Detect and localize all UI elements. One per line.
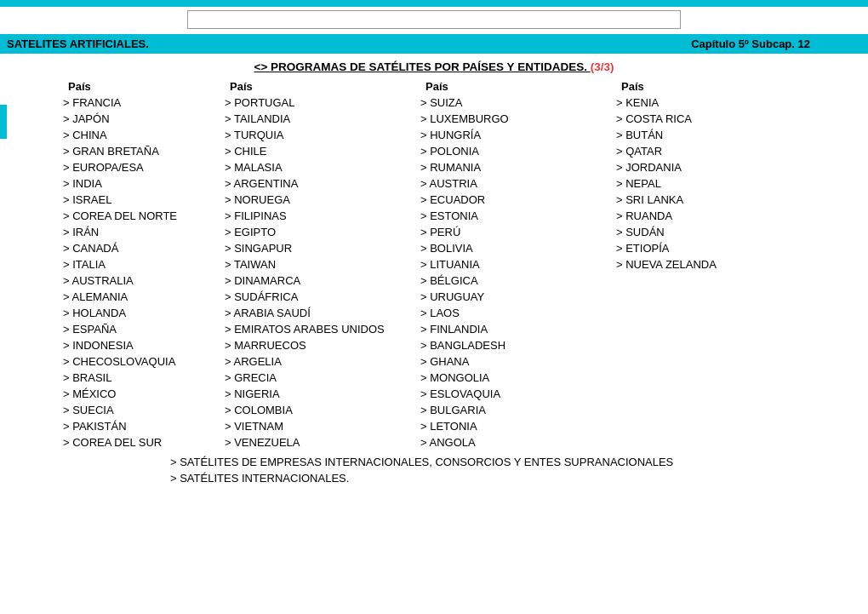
column-1: > FRANCIA> JAPÓN> CHINA> GRAN BRETAÑA> E… [60,95,221,450]
header-title-right: Capítulo 5º Subcap. 12 [691,37,810,50]
list-item: > URUGUAY [417,289,613,305]
list-item: > SUECIA [60,402,221,418]
list-item: > JAPÓN [60,111,221,127]
list-item: > JORDANIA [613,159,783,175]
list-item: > TAILANDIA [221,111,417,127]
list-item: > MONGOLIA [417,370,613,386]
col-header-2: País [221,80,417,93]
list-item: > ARABIA SAUDÍ [221,305,417,321]
list-item: > FILIPINAS [221,208,417,224]
list-item: > AUSTRIA [417,175,613,192]
list-item: > SUIZA [417,95,613,111]
list-item: > QATAR [613,143,783,159]
list-item: > EUROPA/ESA [60,159,221,175]
page-title-row: <> PROGRAMAS DE SATÉLITES POR PAÍSES Y E… [0,54,868,78]
list-item: > LAOS [417,305,613,321]
list-item: > PAKISTÁN [60,418,221,434]
extra-items: > SATÉLITES DE EMPRESAS INTERNACIONALES,… [0,450,868,486]
list-item: > ETIOPÍA [613,240,783,256]
list-item: > CHECOSLOVAQUIA [60,353,221,370]
extra-list-item: > SATÉLITES INTERNACIONALES. [170,470,868,486]
list-item: > TAIWAN [221,256,417,273]
column-4: > KENIA> COSTA RICA> BUTÁN> QATAR> JORDA… [613,95,783,273]
search-input[interactable] [187,10,681,29]
list-item: > RUANDA [613,208,783,224]
list-item: > SRI LANKA [613,192,783,208]
list-item: > LITUANIA [417,256,613,273]
list-item: > COSTA RICA [613,111,783,127]
list-item: > NUEVA ZELANDA [613,256,783,273]
list-item: > VENEZUELA [221,434,417,450]
header-row: SATELITES ARTIFICIALES. Capítulo 5º Subc… [0,34,868,54]
list-item: > MARRUECOS [221,337,417,353]
extra-list-item: > SATÉLITES DE EMPRESAS INTERNACIONALES,… [170,454,868,470]
list-item: > IRÁN [60,224,221,240]
list-item: > ANGOLA [417,434,613,450]
list-item: > NORUEGA [221,192,417,208]
list-item: > BULGARIA [417,402,613,418]
list-item: > LUXEMBURGO [417,111,613,127]
list-item: > INDIA [60,175,221,192]
list-item: > ISRAEL [60,192,221,208]
list-item: > NIGERIA [221,386,417,402]
list-item: > BUTÁN [613,127,783,143]
list-item: > ESTONIA [417,208,613,224]
list-item: > GRAN BRETAÑA [60,143,221,159]
col-header-1: País [60,80,221,93]
list-item: > RUMANIA [417,159,613,175]
list-item: > EGIPTO [221,224,417,240]
page-title-text: <> PROGRAMAS DE SATÉLITES POR PAÍSES Y E… [254,60,591,73]
list-item: > ESLOVAQUIA [417,386,613,402]
list-item: > BÉLGICA [417,273,613,289]
list-item: > KENIA [613,95,783,111]
list-item: > ITALIA [60,256,221,273]
list-item: > ALEMANIA [60,289,221,305]
list-item: > BOLIVIA [417,240,613,256]
list-item: > CHILE [221,143,417,159]
list-item: > BANGLADESH [417,337,613,353]
list-item: > VIETNAM [221,418,417,434]
list-item: > MÉXICO [60,386,221,402]
search-bar-container [0,7,868,34]
list-item: > LETONIA [417,418,613,434]
left-accent-bar [0,105,7,139]
list-item: > FINLANDIA [417,321,613,337]
top-accent-bar [0,0,868,7]
list-item: > HOLANDA [60,305,221,321]
list-item: > GRECIA [221,370,417,386]
column-3: > SUIZA> LUXEMBURGO> HUNGRÍA> POLONIA> R… [417,95,613,450]
content-area: > FRANCIA> JAPÓN> CHINA> GRAN BRETAÑA> E… [0,95,868,450]
list-item: > PORTUGAL [221,95,417,111]
list-item: > PERÚ [417,224,613,240]
list-item: > COLOMBIA [221,402,417,418]
list-item: > SUDÁFRICA [221,289,417,305]
list-item: > POLONIA [417,143,613,159]
list-item: > ECUADOR [417,192,613,208]
list-item: > HUNGRÍA [417,127,613,143]
columns-header: País País País País [26,78,868,95]
list-item: > MALASIA [221,159,417,175]
header-title-left: SATELITES ARTIFICIALES. [7,37,691,50]
col-header-4: País [613,80,783,93]
list-item: > SINGAPUR [221,240,417,256]
list-item: > ARGENTINA [221,175,417,192]
list-item: > TURQUIA [221,127,417,143]
col-header-3: País [417,80,613,93]
column-2: > PORTUGAL> TAILANDIA> TURQUIA> CHILE> M… [221,95,417,450]
page-number: (3/3) [591,60,614,73]
list-item: > DINAMARCA [221,273,417,289]
list-item: > INDONESIA [60,337,221,353]
list-item: > BRASIL [60,370,221,386]
list-item: > FRANCIA [60,95,221,111]
list-item: > ESPAÑA [60,321,221,337]
list-item: > EMIRATOS ARABES UNIDOS [221,321,417,337]
list-item: > COREA DEL NORTE [60,208,221,224]
list-item: > AUSTRALIA [60,273,221,289]
list-item: > COREA DEL SUR [60,434,221,450]
list-item: > ARGELIA [221,353,417,370]
list-item: > CHINA [60,127,221,143]
list-item: > CANADÁ [60,240,221,256]
list-item: > SUDÁN [613,224,783,240]
list-item: > GHANA [417,353,613,370]
list-item: > NEPAL [613,175,783,192]
